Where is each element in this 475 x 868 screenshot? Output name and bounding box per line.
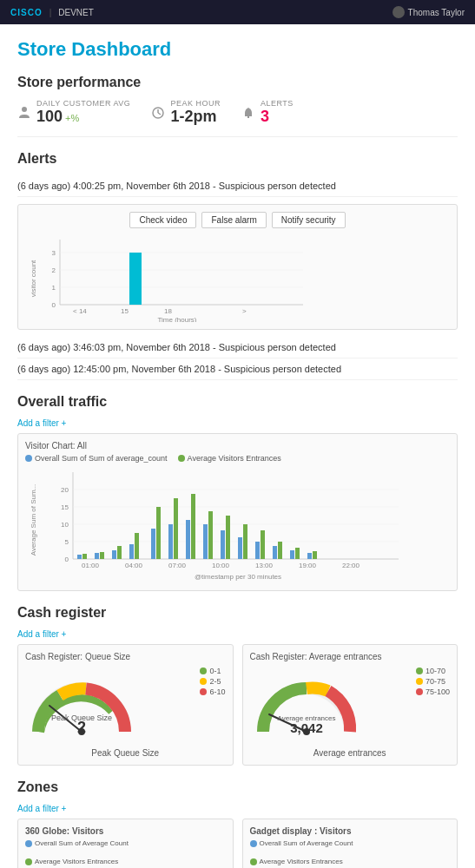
- zone-chart-0: 360 Globe: Visitors Overall Sum of Avera…: [17, 819, 234, 868]
- traffic-legend-dot-0: [25, 455, 32, 462]
- svg-text:20: 20: [61, 486, 69, 494]
- alert-item-1: (6 days ago) 3:46:03 pm, November 6th 20…: [17, 337, 458, 358]
- svg-rect-53: [261, 530, 265, 559]
- avg-legend-label-0: 10-70: [426, 667, 445, 675]
- zone-0-legend-1: Average Visitors Entrances: [25, 858, 118, 865]
- page-title: Store Dashboard: [17, 38, 458, 61]
- svg-text:15: 15: [121, 307, 129, 315]
- svg-rect-45: [191, 494, 195, 559]
- nav-left: CISCO | DEVNET: [10, 8, 94, 17]
- svg-rect-51: [243, 524, 247, 559]
- queue-legend-1: 2-5: [200, 677, 225, 686]
- alerts-title: Alerts: [17, 151, 458, 167]
- performance-metrics: DAILY CUSTOMER AVG 100 +% PEAK HOUR 1-2p…: [17, 99, 458, 137]
- avg-gauge-label: Average entrances: [250, 748, 451, 758]
- notify-security-button[interactable]: Notify security: [272, 212, 346, 228]
- user-icon: [393, 6, 405, 18]
- svg-rect-47: [208, 511, 213, 559]
- svg-text:2: 2: [77, 719, 86, 736]
- traffic-legend-0: Overall Sum of Sum of average_count: [25, 454, 168, 463]
- svg-text:2: 2: [52, 266, 56, 274]
- avg-chart-box: Cash Register: Average entrances: [242, 644, 459, 766]
- svg-rect-59: [313, 551, 317, 559]
- queue-gauge-svg: Peak Queue Size 2: [25, 667, 138, 745]
- main-content: Store Dashboard Store performance DAILY …: [0, 24, 475, 868]
- svg-text:0: 0: [65, 556, 69, 563]
- svg-text:04:00: 04:00: [125, 562, 143, 569]
- zone-1-legend-0: Overall Sum of Average Count: [250, 839, 353, 847]
- alerts-label: ALERTS: [261, 99, 294, 108]
- avg-legend: 10-70 70-75 75-100: [416, 667, 450, 696]
- zone-0-legend-0: Overall Sum of Average Count: [25, 839, 129, 847]
- svg-point-0: [22, 107, 27, 112]
- store-performance-title: Store performance: [17, 75, 458, 90]
- queue-legend-0: 0-1: [200, 667, 225, 675]
- daily-avg-unit: +%: [65, 113, 79, 123]
- alert-item-0: (6 days ago) 4:00:25 pm, November 6th 20…: [17, 175, 458, 197]
- svg-rect-56: [290, 550, 294, 559]
- avg-inner: Average entrances 3,042 10-70 70-75: [250, 667, 451, 745]
- daily-avg-label: DAILY CUSTOMER AVG: [36, 99, 130, 108]
- svg-text:5: 5: [65, 538, 69, 546]
- svg-rect-37: [117, 546, 122, 559]
- svg-text:13:00: 13:00: [255, 562, 274, 569]
- cash-add-filter[interactable]: Add a filter +: [17, 629, 458, 639]
- svg-text:>: >: [242, 307, 247, 315]
- zone-0-legend-label-0: Overall Sum of Average Count: [35, 839, 129, 847]
- svg-rect-34: [95, 553, 99, 559]
- traffic-legend-1: Average Visitors Entrances: [178, 454, 281, 463]
- svg-text:01:00: 01:00: [82, 562, 100, 569]
- queue-legend-dot-1: [200, 678, 207, 685]
- zones-title: Zones: [17, 779, 458, 795]
- queue-legend-dot-0: [200, 667, 207, 674]
- svg-text:visitor count: visitor count: [30, 260, 37, 297]
- queue-legend-label-0: 0-1: [209, 667, 221, 675]
- traffic-legend-dot-1: [178, 455, 185, 462]
- traffic-add-filter[interactable]: Add a filter +: [17, 418, 458, 428]
- svg-rect-46: [203, 524, 208, 559]
- avg-legend-2: 75-100: [416, 687, 450, 696]
- devnet-label: DEVNET: [58, 8, 94, 17]
- svg-rect-49: [226, 516, 230, 559]
- svg-rect-54: [273, 546, 277, 559]
- zone-1-legend-1: Average Visitors Entrances: [250, 858, 343, 865]
- zones-grid: 360 Globe: Visitors Overall Sum of Avera…: [17, 819, 458, 868]
- false-alarm-button[interactable]: False alarm: [201, 212, 266, 228]
- check-video-button[interactable]: Check video: [129, 212, 196, 228]
- alerts-metric: ALERTS 3: [241, 99, 294, 126]
- svg-text:3,042: 3,042: [290, 720, 323, 735]
- svg-text:3: 3: [52, 249, 56, 257]
- cisco-logo: CISCO: [10, 8, 43, 17]
- queue-legend-2: 6-10: [200, 687, 225, 696]
- traffic-legend-label-1: Average Visitors Entrances: [188, 454, 281, 463]
- peak-hour-value: 1-2pm: [170, 108, 216, 125]
- svg-rect-14: [129, 253, 142, 305]
- svg-text:10: 10: [61, 521, 69, 529]
- svg-rect-41: [156, 507, 161, 559]
- svg-text:22:00: 22:00: [342, 562, 360, 569]
- zones-add-filter[interactable]: Add a filter +: [17, 804, 458, 813]
- queue-gauge-label: Peak Queue Size: [25, 748, 226, 758]
- username: Thomas Taylor: [408, 8, 465, 17]
- svg-text:10:00: 10:00: [212, 562, 230, 569]
- person-icon: [17, 106, 31, 120]
- queue-legend: 0-1 2-5 6-10: [200, 667, 225, 696]
- svg-text:@timestamp per 30 minutes: @timestamp per 30 minutes: [195, 573, 281, 581]
- traffic-section: Overall traffic Add a filter + Visitor C…: [17, 394, 458, 591]
- svg-text:1: 1: [52, 284, 56, 292]
- alert-chart-svg: 0 1 2 3 < 14 15 18 > Time (hours) visito…: [25, 235, 320, 322]
- queue-chart-box: Cash Register: Queue Size: [17, 644, 234, 766]
- zone-title-0: 360 Globe: Visitors: [25, 826, 226, 836]
- svg-rect-36: [112, 550, 116, 559]
- svg-rect-42: [168, 524, 173, 559]
- zones-section: Zones Add a filter + 360 Globe: Visitors…: [17, 779, 458, 868]
- alert-chart: 0 1 2 3 < 14 15 18 > Time (hours) visito…: [25, 235, 450, 322]
- svg-rect-58: [307, 553, 312, 559]
- peak-hour-metric: PEAK HOUR 1-2pm: [151, 99, 221, 126]
- svg-text:Average Sum of Sum...: Average Sum of Sum...: [30, 484, 37, 556]
- svg-rect-33: [82, 554, 87, 559]
- nav-right: Thomas Taylor: [393, 6, 465, 18]
- traffic-chart-svg: 0 5 10 15 20: [25, 468, 407, 581]
- svg-text:0: 0: [52, 301, 56, 309]
- queue-legend-dot-2: [200, 688, 207, 695]
